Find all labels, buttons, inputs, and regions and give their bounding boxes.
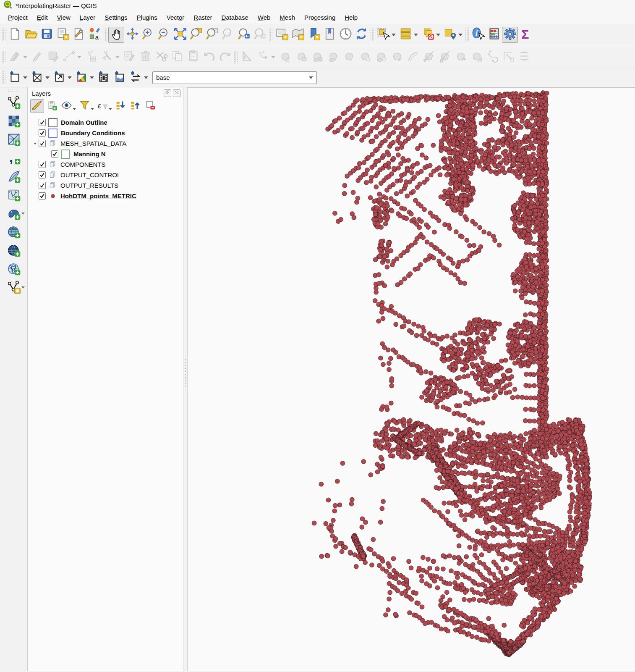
- refresh-map-button[interactable]: [353, 27, 369, 43]
- layer-checkbox[interactable]: [39, 182, 46, 189]
- mesh-style-box-button[interactable]: [73, 70, 89, 86]
- select-by-form-menu-caret[interactable]: [414, 34, 418, 36]
- menu-mesh[interactable]: Mesh: [275, 12, 300, 23]
- mesh-reload-menu-caret[interactable]: [144, 76, 148, 79]
- menu-project[interactable]: Project: [3, 12, 32, 23]
- menu-plugins[interactable]: Plugins: [132, 12, 162, 23]
- filter-legend-button[interactable]: [78, 99, 91, 113]
- select-features-button[interactable]: [375, 27, 391, 43]
- new-3d-map-view-button[interactable]: [290, 27, 306, 43]
- add-arcgis-rest-layer-button[interactable]: [0, 242, 27, 260]
- layer-checkbox[interactable]: [39, 161, 46, 168]
- layer-tree-item[interactable]: OUTPUT_RESULTS: [28, 180, 183, 191]
- deselect-all-button[interactable]: [420, 27, 436, 43]
- style-manager-button[interactable]: a: [86, 27, 102, 43]
- new-print-layout-button[interactable]: [55, 27, 71, 43]
- mesh-export-box-button[interactable]: [51, 70, 67, 86]
- menu-view[interactable]: View: [52, 12, 75, 23]
- layer-tree-item[interactable]: OUTPUT_CONTROL: [28, 170, 183, 180]
- add-mesh-layer-button[interactable]: [0, 131, 27, 150]
- menu-edit[interactable]: Edit: [32, 12, 52, 23]
- open-project-button[interactable]: [23, 27, 39, 43]
- menu-web[interactable]: Web: [253, 12, 275, 23]
- filter-legend-menu-caret[interactable]: [91, 108, 94, 110]
- layer-checkbox[interactable]: [39, 140, 46, 147]
- processing-toolbox-button[interactable]: [502, 27, 518, 43]
- expander-icon[interactable]: [32, 141, 39, 146]
- menu-vector[interactable]: Vector: [162, 12, 189, 23]
- add-wfs-layer-button[interactable]: [0, 260, 27, 279]
- identify-features-button[interactable]: i: [470, 27, 486, 43]
- mesh-water-level-button[interactable]: [112, 70, 128, 86]
- remove-layer-button[interactable]: [143, 99, 157, 113]
- add-raster-layer-button[interactable]: [0, 113, 27, 131]
- close-panel-button[interactable]: [173, 89, 180, 97]
- mesh-clear-box-button[interactable]: [29, 70, 45, 86]
- menu-help[interactable]: Help: [340, 12, 362, 23]
- filter-by-expression-menu-caret[interactable]: [109, 108, 112, 110]
- layer-tree-item[interactable]: COMPONENTS: [28, 159, 183, 170]
- menu-database[interactable]: Database: [217, 12, 253, 23]
- temporal-controller-button[interactable]: [337, 27, 353, 43]
- mesh-clear-box-menu-caret[interactable]: [45, 76, 50, 79]
- expand-all-button[interactable]: [114, 99, 128, 113]
- base-scenario-combo[interactable]: base: [152, 71, 317, 84]
- zoom-out-button[interactable]: [156, 27, 172, 43]
- add-group-button[interactable]: [45, 99, 59, 113]
- new-spatial-bookmark-button[interactable]: [306, 27, 321, 43]
- mesh-domain-box-menu-caret[interactable]: [23, 76, 27, 79]
- layer-checkbox[interactable]: [51, 150, 58, 158]
- open-layer-styling-button[interactable]: [30, 99, 44, 113]
- zoom-to-layer-button[interactable]: [204, 27, 220, 43]
- layer-checkbox[interactable]: [39, 129, 46, 136]
- filter-by-expression-button[interactable]: ε: [96, 99, 110, 113]
- add-postgis-layer-menu-caret[interactable]: [21, 213, 25, 215]
- deselect-all-menu-caret[interactable]: [436, 34, 440, 36]
- menu-settings[interactable]: Settings: [100, 12, 132, 23]
- new-map-view-button[interactable]: [274, 27, 290, 43]
- menu-layer[interactable]: Layer: [75, 12, 100, 23]
- layer-tree-item[interactable]: Domain Outline: [28, 117, 183, 128]
- select-features-menu-caret[interactable]: [392, 34, 396, 36]
- select-by-location-menu-caret[interactable]: [458, 34, 463, 36]
- layer-tree-item[interactable]: HohDTM_points_METRIC: [28, 191, 183, 201]
- layer-tree-item[interactable]: MESH_SPATIAL_DATA: [28, 138, 183, 149]
- panel-splitter[interactable]: [183, 87, 188, 671]
- float-panel-button[interactable]: [164, 89, 171, 97]
- collapse-all-button[interactable]: [128, 99, 142, 113]
- zoom-to-selection-button[interactable]: [188, 27, 204, 43]
- layer-checkbox[interactable]: [39, 119, 46, 126]
- show-spatial-bookmarks-button[interactable]: [321, 27, 337, 43]
- new-project-button[interactable]: [7, 27, 23, 43]
- add-vector-layer-button[interactable]: [0, 94, 27, 113]
- manage-map-themes-button[interactable]: [60, 99, 73, 113]
- pan-map-button[interactable]: [108, 27, 124, 43]
- add-postgis-layer-button[interactable]: [0, 205, 27, 223]
- add-virtual-layer-button[interactable]: [0, 279, 27, 297]
- add-virtual-layer-menu-caret[interactable]: [21, 286, 25, 289]
- mesh-style-box-menu-caret[interactable]: [90, 76, 94, 79]
- select-by-location-button[interactable]: [442, 27, 458, 43]
- layer-tree-item[interactable]: Boundary Conditions: [28, 128, 183, 138]
- layer-checkbox[interactable]: [39, 171, 46, 178]
- mesh-reload-button[interactable]: [128, 70, 144, 86]
- menu-processing[interactable]: Processing: [300, 12, 340, 23]
- mesh-domain-box-button[interactable]: [7, 70, 23, 86]
- mesh-animation-button[interactable]: [96, 70, 112, 86]
- mesh-export-box-menu-caret[interactable]: [68, 76, 72, 79]
- show-layout-manager-button[interactable]: [71, 27, 86, 43]
- select-by-form-button[interactable]: [397, 27, 413, 43]
- layer-tree-item[interactable]: Manning N: [28, 149, 183, 159]
- zoom-in-button[interactable]: [140, 27, 156, 43]
- add-wms-layer-button[interactable]: [0, 223, 27, 242]
- add-spatialite-layer-button[interactable]: [0, 168, 27, 186]
- pan-to-selection-button[interactable]: [124, 27, 140, 43]
- map-canvas[interactable]: [188, 88, 635, 667]
- add-delimited-text-layer-button[interactable]: ,: [0, 150, 27, 168]
- manage-map-themes-menu-caret[interactable]: [73, 108, 76, 110]
- layer-checkbox[interactable]: [39, 192, 46, 200]
- sum-features-button[interactable]: Σ: [518, 27, 534, 43]
- add-geopackage-layer-button[interactable]: [0, 186, 27, 205]
- menu-raster[interactable]: Raster: [189, 12, 217, 23]
- zoom-last-button[interactable]: [236, 27, 252, 43]
